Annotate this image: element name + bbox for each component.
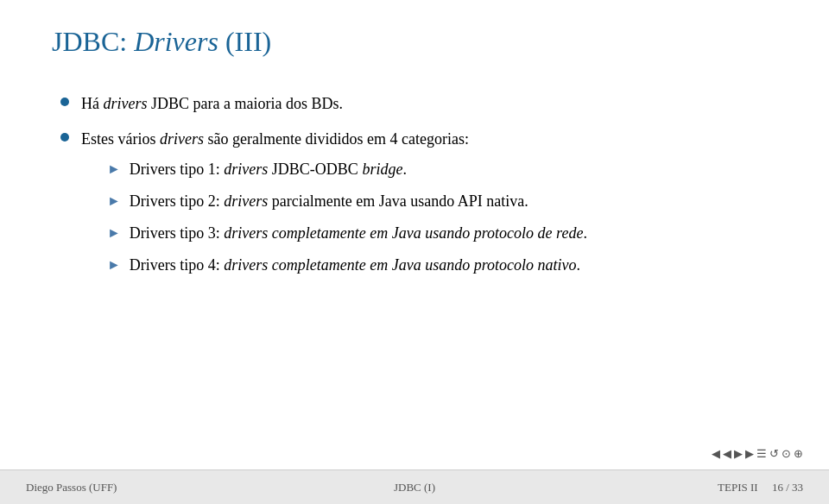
sub-item-3: ► Drivers tipo 3: drivers completamente …	[107, 222, 777, 245]
nav-sep1: ◀	[723, 447, 731, 461]
sub-item-2: ► Drivers tipo 2: drivers parcialmente e…	[107, 190, 777, 213]
italic-sub2: drivers	[224, 192, 268, 210]
content-area: Há drivers JDBC para a maioria dos BDs. …	[52, 92, 777, 286]
footer-author: Diego Passos (UFF)	[26, 481, 285, 495]
bullet-circle-2	[60, 133, 69, 142]
footer-course: TEPIS II	[718, 481, 758, 494]
nav-sep2: ▶	[745, 447, 754, 461]
sub-item-4: ► Drivers tipo 4: drivers completamente …	[107, 254, 777, 277]
sub-list: ► Drivers tipo 1: drivers JDBC-ODBC brid…	[107, 158, 777, 277]
title-suffix: (III)	[218, 26, 271, 57]
sub-text-4: Drivers tipo 4: drivers completamente em…	[130, 254, 777, 277]
arrow-icon-4: ►	[107, 255, 121, 275]
footer-title: JDBC (I)	[285, 481, 544, 495]
sub-text-1: Drivers tipo 1: drivers JDBC-ODBC bridge…	[130, 158, 777, 181]
nav-search[interactable]: ↺	[769, 447, 779, 461]
slide-title: JDBC: Drivers (III)	[52, 26, 777, 58]
sub-text-3: Drivers tipo 3: drivers completamente em…	[130, 222, 777, 245]
nav-menu[interactable]: ☰	[756, 447, 767, 461]
bullet-circle-1	[60, 98, 69, 106]
navigation-arrows[interactable]: ◀ ◀ ▶ ▶ ☰ ↺ ⊙ ⊕	[712, 447, 803, 461]
nav-zoom[interactable]: ⊙	[782, 447, 791, 461]
italic-sub1: drivers	[224, 161, 268, 178]
title-prefix: JDBC:	[52, 26, 134, 57]
nav-more[interactable]: ⊕	[794, 447, 803, 461]
title-italic: Drivers	[134, 26, 218, 57]
nav-left-arrow[interactable]: ◀	[712, 447, 720, 461]
italic-sub3: drivers completamente em Java usando pro…	[224, 224, 583, 242]
italic-bridge: bridge	[362, 161, 402, 178]
bullet-text-1: Há drivers JDBC para a maioria dos BDs.	[81, 92, 777, 116]
sub-item-1: ► Drivers tipo 1: drivers JDBC-ODBC brid…	[107, 158, 777, 181]
arrow-icon-3: ►	[107, 223, 121, 243]
italic-drivers-1: drivers	[104, 95, 148, 112]
footer-page: 16 / 33	[772, 481, 803, 494]
nav-controls: ◀ ◀ ▶ ▶ ☰ ↺ ⊙ ⊕	[712, 447, 803, 461]
slide: JDBC: Drivers (III) Há drivers JDBC para…	[0, 0, 829, 504]
bullet-item-2: Estes vários drivers são geralmente divi…	[60, 128, 777, 286]
arrow-icon-2: ►	[107, 191, 121, 211]
italic-sub4: drivers completamente em Java usando pro…	[224, 256, 576, 274]
footer: Diego Passos (UFF) JDBC (I) TEPIS II 16 …	[0, 469, 829, 504]
italic-drivers-2: drivers	[160, 130, 204, 148]
arrow-icon-1: ►	[107, 159, 121, 180]
nav-right-arrow[interactable]: ▶	[734, 447, 743, 461]
footer-course-page: TEPIS II 16 / 33	[544, 481, 803, 495]
sub-text-2: Drivers tipo 2: drivers parcialmente em …	[130, 190, 777, 213]
bullet-text-2: Estes vários drivers são geralmente divi…	[81, 128, 777, 286]
bullet-item-1: Há drivers JDBC para a maioria dos BDs.	[60, 92, 777, 116]
